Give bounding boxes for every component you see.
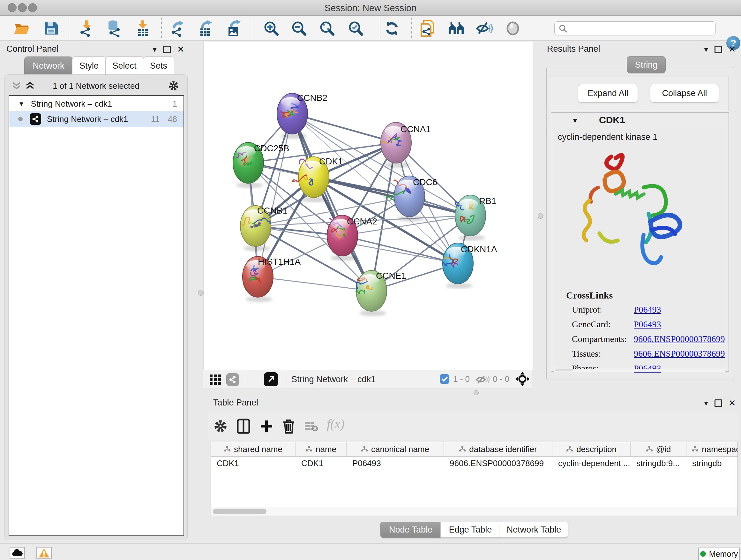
table-cell[interactable]: cyclin-dependent ... [552, 456, 630, 470]
tab-string[interactable]: String [627, 56, 666, 73]
horizontal-splitter-handle[interactable] [474, 390, 479, 395]
tab-network-table[interactable]: Network Table [500, 522, 568, 538]
first-neighbors-button[interactable] [448, 20, 465, 37]
table-cell[interactable]: CDK1 [295, 456, 347, 470]
warnings-button[interactable] [37, 547, 52, 559]
crosslink-link[interactable]: 9606.ENSP00000378699 [634, 334, 725, 344]
export-image-icon [226, 20, 242, 37]
memory-status-dot [700, 551, 706, 557]
zoom-in-button[interactable] [263, 20, 280, 37]
hidden-eye-icon[interactable] [475, 375, 490, 384]
scrollbar-thumb[interactable] [213, 509, 266, 514]
fit-selected-crosshair-icon[interactable] [515, 372, 530, 386]
import-network-button[interactable] [78, 20, 95, 37]
network-overview-icon[interactable] [226, 373, 239, 386]
highlight-button[interactable] [504, 20, 521, 37]
panel-menu-icon[interactable]: ▾ [704, 399, 708, 408]
float-panel-icon[interactable] [163, 46, 171, 53]
close-panel-icon[interactable]: ✕ [729, 398, 736, 408]
collection-count: 1 [173, 99, 177, 109]
column-header[interactable]: shared name [211, 442, 295, 456]
table-cell[interactable]: P06493 [347, 456, 444, 470]
collapse-all-button[interactable]: Collapse All [650, 84, 719, 103]
table-cell[interactable]: stringdb [686, 456, 738, 470]
table-cell[interactable]: stringdb:9... [630, 456, 686, 470]
crosslink-label: GeneCard: [572, 319, 610, 329]
vertical-splitter-handle[interactable] [538, 213, 543, 219]
network-collection-row[interactable]: ▼ String Network – cdk1 1 [9, 97, 184, 111]
status-bar: Memory [0, 543, 741, 560]
gene-description: cyclin-dependent kinase 1 [558, 132, 657, 142]
export-network-button[interactable] [170, 20, 186, 37]
close-panel-icon[interactable]: ✕ [729, 44, 736, 55]
crosslink-link[interactable]: P06493 [634, 305, 661, 315]
memory-button[interactable]: Memory [698, 548, 740, 560]
tab-select[interactable]: Select [105, 57, 144, 75]
network-selected-bar: 1 of 1 Network selected [5, 77, 187, 94]
tab-node-table[interactable]: Node Table [381, 522, 441, 538]
import-table-button[interactable] [135, 20, 151, 37]
import-network-icon [79, 20, 95, 37]
tab-edge-table[interactable]: Edge Table [441, 522, 500, 538]
selected-nodes-checkbox[interactable] [440, 374, 449, 384]
grid-view-icon[interactable] [209, 373, 222, 386]
vertical-splitter-handle[interactable] [198, 290, 204, 296]
show-columns-button[interactable] [235, 418, 252, 435]
panel-menu-icon[interactable]: ▾ [152, 45, 156, 54]
clone-network-button[interactable] [419, 20, 436, 37]
table-cell[interactable]: CDK1 [211, 456, 295, 470]
delete-column-button[interactable] [281, 418, 297, 435]
export-image-button[interactable] [226, 20, 242, 37]
table-row[interactable]: CDK1CDK1P064939606.ENSP00000378699cyclin… [211, 456, 738, 470]
panel-menu-icon[interactable]: ▾ [704, 45, 708, 54]
column-header[interactable]: name [295, 442, 347, 456]
add-column-button[interactable] [259, 418, 274, 435]
search-input[interactable] [567, 23, 716, 34]
hide-selected-button[interactable] [476, 20, 493, 37]
column-header[interactable]: canonical name [347, 442, 444, 456]
node-table[interactable]: shared namenamecanonical namedatabase id… [211, 442, 738, 516]
close-panel-icon[interactable]: ✕ [177, 44, 185, 55]
search-field[interactable] [554, 21, 716, 36]
tree-caret-icon[interactable]: ▼ [18, 100, 24, 108]
gene-card-header[interactable]: ▼ CDK1 [551, 113, 729, 128]
save-session-button[interactable] [43, 20, 59, 37]
results-scrollbar[interactable] [554, 369, 725, 372]
crosslink-link[interactable]: P06493 [634, 363, 661, 374]
open-session-button[interactable] [13, 20, 30, 37]
detach-view-icon[interactable] [264, 372, 278, 386]
save-floppy-icon [44, 21, 58, 36]
gear-icon[interactable] [168, 80, 179, 91]
network-graph[interactable]: CCNB2CCNA1CDC25BCDK1CDC6RB1CCNB1CCNA2CDK… [204, 42, 533, 370]
zoom-in-icon [263, 20, 279, 37]
column-header[interactable]: database identifier [444, 442, 552, 456]
open-folder-icon [14, 21, 30, 36]
cloud-status-button[interactable] [10, 547, 25, 559]
zoom-fit-button[interactable] [319, 20, 335, 37]
network-view-canvas[interactable]: CCNB2CCNA1CDC25BCDK1CDC6RB1CCNB1CCNA2CDK… [203, 42, 533, 370]
table-cell[interactable]: 9606.ENSP00000378699 [444, 456, 552, 470]
tab-network[interactable]: Network [24, 57, 73, 75]
float-panel-icon[interactable] [715, 46, 722, 53]
network-selected-text: 1 of 1 Network selected [5, 81, 187, 91]
column-header[interactable]: @id [630, 442, 686, 456]
table-settings-button[interactable] [212, 418, 228, 435]
main-toolbar: ? [0, 16, 741, 41]
column-header[interactable]: description [552, 442, 630, 456]
zoom-out-button[interactable] [291, 20, 307, 37]
crosslink-link[interactable]: 9606.ENSP00000378699 [634, 349, 725, 359]
crosslink-label: Uniprot: [572, 305, 602, 315]
import-network-from-database-button[interactable] [106, 20, 123, 37]
collapse-caret-icon[interactable]: ▼ [571, 117, 579, 125]
zoom-selected-button[interactable] [347, 20, 364, 37]
column-header[interactable]: namespace [686, 442, 738, 456]
float-panel-icon[interactable] [715, 399, 722, 407]
network-row[interactable]: String Network – cdk1 11 48 [9, 111, 184, 127]
export-table-button[interactable] [198, 20, 214, 37]
crosslink-link[interactable]: P06493 [634, 319, 661, 329]
table-horizontal-scrollbar[interactable] [211, 507, 738, 516]
refresh-button[interactable] [384, 20, 400, 37]
expand-all-button[interactable]: Expand All [578, 84, 638, 103]
tab-sets[interactable]: Sets [143, 57, 174, 75]
tab-style[interactable]: Style [72, 57, 106, 75]
